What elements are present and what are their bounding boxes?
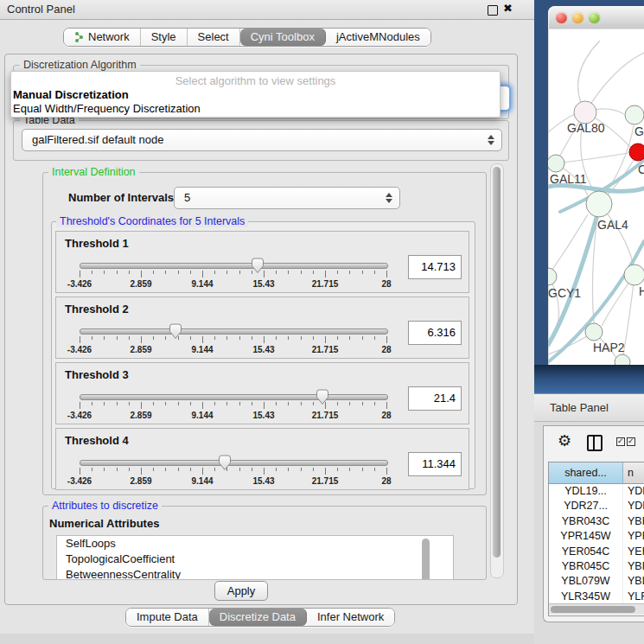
threshold-label: Threshold 2 [65, 303, 129, 316]
table-header-name[interactable]: n [623, 462, 644, 484]
cell-shared-name[interactable]: YLR345W [549, 590, 623, 604]
number-of-intervals-value: 5 [184, 188, 190, 208]
network-canvas[interactable]: GAL80GAGAL11CGAL4GCY1HHAP2 [548, 29, 644, 365]
cell-shared-name[interactable]: YPR145W [549, 529, 623, 544]
tab-discretize-data[interactable]: Discretize Data [209, 609, 307, 626]
cell-shared-name[interactable]: YDL19... [549, 484, 623, 499]
spinner-stepper-icon[interactable] [386, 193, 392, 203]
threshold-slider[interactable] [80, 263, 388, 269]
network-node[interactable] [615, 354, 630, 365]
threshold-slider[interactable] [80, 328, 388, 335]
table-panel-region: Table Panel ⚙ shared... n YDL19...YDL1YD… [534, 393, 644, 644]
threshold-value-field[interactable]: 14.713 [408, 255, 462, 279]
cell-name[interactable]: YBR0 [623, 559, 644, 574]
table-row[interactable]: YBL079WYBL0 [549, 574, 644, 589]
apply-button[interactable]: Apply [214, 581, 268, 601]
table-row[interactable]: YDL19...YDL1 [549, 484, 644, 499]
table-row[interactable]: YER054CYER0 [549, 545, 644, 559]
table-header-row: shared... n [549, 462, 644, 484]
table-data-selected-value: galFiltered.sif default node [32, 130, 163, 150]
cell-shared-name[interactable]: YDR27... [549, 499, 623, 513]
attribute-list-item[interactable]: BetweennessCentrality [57, 567, 453, 580]
cell-name[interactable]: YDR2 [623, 499, 644, 513]
close-icon[interactable]: ✖ [503, 2, 513, 15]
table-row[interactable]: YPR145WYPR1 [549, 529, 644, 544]
node-label: GAL4 [597, 218, 628, 232]
tab-label: Infer Network [317, 610, 384, 623]
attributes-group-title: Attributes to discretize [48, 500, 162, 512]
tab-label: Select [198, 30, 229, 43]
network-node[interactable] [585, 323, 603, 341]
table-row[interactable]: YDR27...YDR2 [549, 499, 644, 513]
cell-shared-name[interactable]: YER054C [549, 545, 623, 559]
threshold-slider[interactable] [80, 460, 388, 466]
table-rows: YDL19...YDL1YDR27...YDR2YBR043CYBR0YPR14… [549, 484, 644, 616]
table-horizontal-scrollbar[interactable] [549, 603, 644, 615]
table-scrollbar-thumb[interactable] [551, 606, 635, 613]
number-of-intervals-spinner[interactable]: 5 [174, 187, 400, 209]
cell-name[interactable]: YBL0 [623, 574, 644, 589]
panel-vertical-scrollbar[interactable] [490, 163, 504, 578]
float-window-icon[interactable] [488, 5, 498, 16]
cell-name[interactable]: YER0 [623, 545, 644, 559]
network-node[interactable] [624, 265, 644, 285]
network-node[interactable] [625, 105, 644, 124]
cell-shared-name[interactable]: YBR045C [549, 559, 623, 574]
threshold-value-field[interactable]: 6.316 [408, 321, 462, 345]
column-layout-icon[interactable] [587, 435, 603, 451]
cell-shared-name[interactable]: YBL079W [549, 574, 623, 589]
numerical-attributes-label: Numerical Attributes [49, 517, 159, 530]
node-label: GAL11 [550, 172, 587, 186]
numerical-attributes-list[interactable]: SelfLoopsTopologicalCoefficientBetweenne… [56, 535, 454, 580]
zoom-traffic-light-icon[interactable] [589, 12, 600, 23]
algorithm-option-manual[interactable]: Manual Discretization [13, 88, 129, 101]
network-node[interactable] [629, 143, 644, 161]
slider-tick-labels: -3.4262.8599.14415.4321.71528 [80, 411, 386, 420]
cell-name[interactable]: YBR0 [623, 514, 644, 529]
network-nodes[interactable] [548, 101, 644, 365]
cell-name[interactable]: YDL1 [623, 484, 644, 499]
network-node[interactable] [548, 268, 557, 285]
slider-ticks [80, 402, 386, 410]
network-window-titlebar[interactable] [548, 6, 644, 29]
panel-scrollbar-thumb[interactable] [493, 167, 501, 558]
cell-name[interactable]: YLR3 [623, 590, 644, 604]
attribute-items: SelfLoopsTopologicalCoefficientBetweenne… [57, 536, 453, 580]
checkbox-icon[interactable] [627, 437, 635, 446]
tab-jactivemnodules[interactable]: jActiveMNodules [326, 29, 430, 46]
attribute-list-item[interactable]: TopologicalCoefficient [57, 552, 453, 567]
node-label: HAP2 [593, 341, 625, 354]
table-row[interactable]: YBR045CYBR0 [549, 559, 644, 574]
tab-cyni-toolbox[interactable]: Cyni Toolbox [240, 29, 326, 46]
list-scrollbar-thumb[interactable] [422, 539, 430, 580]
threshold-value-field[interactable]: 11.344 [408, 452, 462, 476]
tab-select[interactable]: Select [188, 29, 240, 46]
network-node[interactable] [548, 155, 564, 172]
table-data-combobox[interactable]: galFiltered.sif default node [22, 129, 502, 151]
attribute-list-item[interactable]: SelfLoops [57, 536, 453, 552]
gear-icon[interactable]: ⚙ [558, 431, 571, 450]
threshold-slider[interactable] [80, 394, 388, 400]
cell-name[interactable]: YPR1 [623, 529, 644, 544]
cyni-toolbox-panel: Discretization Algorithm Select algorith… [4, 54, 518, 605]
tab-network[interactable]: Network [64, 29, 141, 46]
checkbox-icon[interactable] [616, 437, 625, 446]
discretization-algorithm-group-title: Discretization Algorithm [20, 59, 140, 71]
tab-style[interactable]: Style [141, 29, 188, 46]
threshold-value-field[interactable]: 21.4 [408, 386, 462, 411]
threshold-label: Threshold 3 [65, 368, 129, 381]
table-row[interactable]: YBR043CYBR0 [549, 514, 644, 529]
algorithm-dropdown-popup: Select algorithm to view settings Manual… [10, 71, 501, 118]
tab-impute-data[interactable]: Impute Data [126, 609, 209, 626]
threshold-row: Threshold 4-3.4262.8599.14415.4321.71528… [55, 428, 469, 490]
combo-stepper-icon[interactable] [488, 135, 494, 145]
close-traffic-light-icon[interactable] [556, 12, 567, 23]
tab-infer-network[interactable]: Infer Network [307, 609, 394, 626]
network-node[interactable] [586, 191, 612, 217]
table-header-shared-name[interactable]: shared... [549, 462, 623, 484]
cell-shared-name[interactable]: YBR043C [549, 514, 623, 529]
table-row[interactable]: YLR345WYLR3 [549, 590, 644, 604]
minimize-traffic-light-icon[interactable] [572, 12, 583, 23]
interval-definition-group-title: Interval Definition [48, 166, 139, 178]
algorithm-option-equal-width[interactable]: Equal Width/Frequency Discretization [13, 102, 201, 115]
